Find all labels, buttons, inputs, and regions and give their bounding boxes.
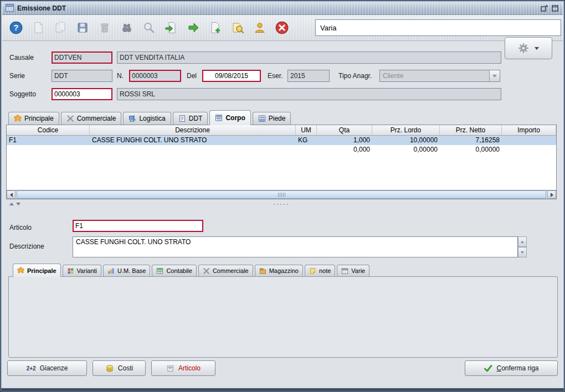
scroll-up-icon[interactable]: [518, 236, 527, 247]
cell-prz-lordo[interactable]: 10,00000: [372, 136, 440, 145]
detail-tab-contabile[interactable]: Contabile: [152, 265, 196, 276]
tab-principale[interactable]: Principale: [8, 112, 59, 125]
detail-tab-magazzino[interactable]: Magazzino: [255, 265, 303, 276]
tipo-anagr-combo: Cliente: [379, 70, 500, 82]
causale-description-field: DDT VENDITA ITALIA: [117, 51, 501, 64]
del-date-field[interactable]: [202, 70, 261, 82]
tab-label: Piede: [269, 115, 286, 122]
splitter-up-icon[interactable]: [9, 203, 14, 205]
cell-codice[interactable]: F1: [7, 136, 90, 145]
cell-importo[interactable]: [502, 136, 556, 145]
articolo-button[interactable]: Articolo: [151, 360, 215, 376]
col-codice[interactable]: Codice: [7, 125, 90, 136]
costi-button[interactable]: Costi: [93, 360, 146, 376]
warehouse-box-icon: [259, 267, 266, 275]
articolo-field[interactable]: [73, 220, 203, 232]
detail-tab-principale[interactable]: Principale: [13, 264, 61, 277]
close-icon[interactable]: [274, 19, 290, 36]
binoculars-icon[interactable]: [119, 19, 135, 36]
grid-empty-area[interactable]: [7, 154, 556, 190]
tab-logistica[interactable]: Logistica: [123, 112, 171, 125]
giacenze-icon: 2+2: [27, 365, 36, 372]
tab-commerciale[interactable]: Commerciale: [61, 112, 122, 125]
rows-grid: Codice Descrizione UM Qta Prz. Lordo Prz…: [6, 125, 557, 199]
cell-qta[interactable]: 1,000: [317, 136, 372, 145]
tab-corpo[interactable]: Corpo: [209, 110, 250, 125]
splitter-grip: [274, 204, 275, 205]
delete-icon[interactable]: [96, 19, 112, 36]
cell-descrizione[interactable]: [90, 145, 296, 154]
giacenze-label: Giacenze: [40, 364, 68, 372]
cell-importo[interactable]: [502, 145, 556, 154]
cell-descrizione[interactable]: CASSE FUNGHI COLT. UNO STRATO: [90, 136, 296, 145]
esercizio-label: Eser.: [268, 70, 282, 82]
scroll-left-icon[interactable]: [7, 190, 16, 199]
ledger-table-icon: [156, 267, 163, 275]
col-um[interactable]: UM: [296, 125, 317, 136]
maximize-window-icon[interactable]: [551, 4, 559, 12]
tab-label: Logistica: [139, 115, 165, 122]
detail-tab-varianti[interactable]: Varianti: [63, 265, 101, 276]
soggetto-code-field[interactable]: [52, 88, 112, 100]
new-document-icon[interactable]: [30, 19, 46, 36]
add-document-icon[interactable]: [207, 19, 223, 36]
splitter-down-icon[interactable]: [16, 203, 20, 205]
titlebar[interactable]: Emissione DDT: [2, 2, 563, 15]
mode-indicator-field[interactable]: [315, 19, 561, 36]
tab-ddt[interactable]: DDT: [173, 112, 208, 125]
descrizione-field[interactable]: CASSE FUNGHI COLT. UNO STRATO: [73, 236, 518, 257]
scrollbar-track[interactable]: [16, 190, 547, 199]
scroll-down-icon[interactable]: [518, 247, 527, 257]
del-label: Del: [187, 70, 197, 82]
help-icon[interactable]: ?: [8, 19, 24, 36]
conferma-riga-button[interactable]: Conferma riga: [465, 360, 558, 376]
import-document-icon[interactable]: [163, 19, 179, 36]
cell-prz-netto[interactable]: 7,16258: [440, 136, 502, 145]
save-icon[interactable]: [74, 19, 90, 36]
causale-label: Causale: [9, 51, 34, 64]
scrollbar-thumb[interactable]: [17, 190, 546, 199]
cell-prz-lordo[interactable]: 0,00000: [372, 145, 440, 154]
cell-codice[interactable]: [7, 145, 90, 154]
detail-tab-um-base[interactable]: U.M. Base: [103, 265, 150, 276]
copy-document-icon[interactable]: [52, 19, 68, 36]
cell-um[interactable]: KG: [296, 136, 317, 145]
tab-label: Commerciale: [213, 267, 249, 274]
splitter-handle[interactable]: [6, 200, 557, 208]
user-icon[interactable]: [251, 19, 268, 36]
calendar-icon: [341, 267, 348, 275]
scroll-right-icon[interactable]: [547, 190, 556, 199]
flower-icon: [17, 267, 24, 274]
tab-piede[interactable]: Piede: [253, 112, 291, 125]
grid-header: Codice Descrizione UM Qta Prz. Lordo Prz…: [7, 125, 556, 136]
collapse-window-icon[interactable]: [540, 4, 548, 12]
tab-label: Contabile: [166, 267, 192, 274]
flower-icon: [14, 115, 22, 122]
cell-prz-netto[interactable]: 0,00000: [440, 145, 502, 154]
cell-um[interactable]: [296, 145, 317, 154]
detail-tab-commerciale[interactable]: Commerciale: [198, 265, 253, 276]
tab-label: Magazzino: [269, 267, 299, 274]
giacenze-button[interactable]: 2+2 Giacenze: [7, 360, 87, 376]
col-importo[interactable]: Importo: [502, 125, 556, 136]
col-prz-netto[interactable]: Prz. Netto: [440, 125, 502, 136]
col-qta[interactable]: Qta: [317, 125, 372, 136]
col-descrizione[interactable]: Descrizione: [90, 125, 296, 136]
grid-row-2[interactable]: 0,000 0,00000 0,00000: [7, 145, 556, 154]
settings-button[interactable]: [505, 37, 552, 59]
detail-tab-note[interactable]: note: [305, 265, 335, 276]
horizontal-scrollbar: [7, 190, 556, 199]
preview-document-icon[interactable]: [229, 19, 245, 36]
tab-label: Varianti: [77, 267, 97, 274]
tab-label: Commerciale: [77, 115, 116, 122]
col-prz-lordo[interactable]: Prz. Lordo: [372, 125, 440, 136]
grid-row-1[interactable]: F1 CASSE FUNGHI COLT. UNO STRATO KG 1,00…: [7, 136, 556, 145]
forward-arrow-icon[interactable]: [185, 19, 201, 36]
cart-icon: [129, 115, 136, 122]
soggetto-description-field: ROSSI SRL: [117, 88, 501, 100]
magnifier-icon[interactable]: [141, 19, 157, 36]
descrizione-label: Descrizione: [9, 240, 44, 252]
cell-qta[interactable]: 0,000: [317, 145, 372, 154]
serie-field: DDT: [52, 70, 112, 82]
detail-tab-varie[interactable]: Varie: [337, 265, 369, 276]
